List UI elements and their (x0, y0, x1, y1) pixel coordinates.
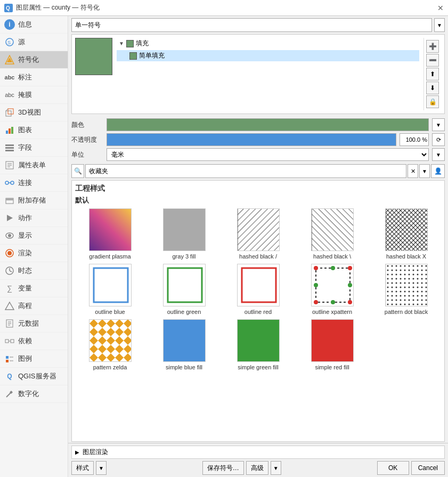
color-picker-bar[interactable] (107, 118, 429, 131)
sidebar-item-3dview[interactable]: 3D视图 (0, 104, 68, 122)
search-extra-btn[interactable]: 👤 (431, 164, 445, 178)
style-item-outline-blue[interactable]: outline blue (75, 264, 145, 315)
opacity-slider[interactable] (107, 133, 396, 146)
style-thumbnail-outline-xpattern (311, 264, 354, 306)
svg-rect-53 (312, 208, 353, 251)
style-dropdown-arrow[interactable]: ▼ (96, 461, 107, 475)
add-layer-button[interactable]: ➕ (426, 40, 439, 53)
move-down-button[interactable]: ⬇ (426, 82, 439, 94)
svg-rect-79 (89, 319, 131, 362)
style-item-gradient[interactable]: gradient plasma (75, 208, 145, 260)
style-item-simple-blue[interactable]: simple blue fill (149, 319, 219, 370)
style-label-gradient: gradient plasma (89, 253, 131, 260)
search-clear-btn[interactable]: ✕ (408, 164, 418, 178)
sidebar-item-qgis[interactable]: Q QGIS服务器 (0, 368, 68, 385)
lock-button[interactable]: 🔒 (426, 95, 439, 108)
style-item-outline-green[interactable]: outline green (149, 264, 219, 315)
sidebar-item-time[interactable]: 时态 (0, 262, 68, 280)
layer-renderer-arrow: ▶ (75, 449, 79, 455)
legend-icon (4, 353, 15, 364)
sidebar-item-info[interactable]: i 信息 (0, 16, 68, 34)
sidebar-item-dependency[interactable]: 依赖 (0, 333, 68, 350)
svg-rect-76 (386, 264, 427, 306)
style-item-simple-red[interactable]: simple red fill (297, 319, 367, 370)
style-button[interactable]: 样式 (71, 461, 94, 475)
svg-point-72 (314, 283, 318, 287)
remove-layer-button[interactable]: ➖ (426, 54, 439, 67)
section-title: 工程样式 (75, 184, 441, 193)
svg-rect-11 (11, 127, 13, 134)
sidebar-item-legend[interactable]: 图例 (0, 350, 68, 368)
sidebar-item-fields[interactable]: 字段 (0, 139, 68, 157)
search-input[interactable] (85, 164, 406, 178)
cancel-button[interactable]: Cancel (411, 461, 445, 475)
close-button[interactable]: ✕ (437, 4, 444, 12)
advanced-dropdown-arrow[interactable]: ▼ (271, 461, 281, 475)
sidebar-label-dependency: 依赖 (18, 336, 32, 346)
sidebar-item-metadata[interactable]: 元数据 (0, 315, 68, 333)
style-thumbnail-hashed-slash (237, 208, 280, 251)
sidebar-item-digitize[interactable]: 数字化 (0, 385, 68, 403)
renderer-dropdown[interactable]: 单一符号 分类 渐变 (71, 18, 432, 32)
sidebar-item-action[interactable]: 动作 (0, 209, 68, 227)
style-item-gray[interactable]: gray 3 fill (149, 208, 219, 260)
metadata-icon (4, 318, 15, 329)
style-thumbnail-gray (163, 208, 206, 251)
sidebar-label-variable: 变量 (18, 284, 32, 293)
style-thumbnail-outline-blue (89, 264, 132, 306)
subsection-title: 默认 (75, 196, 441, 205)
sidebar-item-symbology[interactable]: 符号化 (0, 51, 68, 69)
action-icon (4, 213, 15, 223)
sidebar-item-join[interactable]: 连接 (0, 174, 68, 192)
unit-select[interactable]: 毫米 像素 点 (107, 148, 429, 161)
move-up-button[interactable]: ⬆ (426, 68, 439, 80)
search-options-btn[interactable]: ▼ (419, 164, 430, 178)
save-symbol-button[interactable]: 保存符号… (202, 461, 244, 475)
renderer-dropdown-arrow[interactable]: ▼ (434, 18, 445, 32)
3dview-icon (4, 107, 15, 118)
unit-dropdown-arrow[interactable]: ▼ (432, 148, 445, 161)
sidebar-item-source[interactable]: S 源 (0, 34, 68, 51)
search-bar: 🔍 ✕ ▼ 👤 (71, 164, 445, 178)
sidebar-item-elevation[interactable]: 高程 (0, 297, 68, 315)
sidebar-item-storage[interactable]: 附加存储 (0, 192, 68, 209)
color-label: 颜色 (71, 120, 103, 130)
symbology-icon (4, 54, 15, 65)
opacity-input[interactable] (400, 133, 429, 146)
sidebar-item-mask[interactable]: abc 掩膜 (0, 86, 68, 104)
style-item-hashed-slash[interactable]: hashed black / (223, 208, 293, 260)
symbol-tree-fill[interactable]: ▼ 填充 (117, 38, 419, 49)
sidebar-item-chart[interactable]: 图表 (0, 122, 68, 139)
tree-arrow: ▼ (119, 41, 124, 46)
svg-rect-65 (316, 268, 350, 302)
sidebar-item-render[interactable]: 渲染 (0, 245, 68, 262)
style-item-simple-green[interactable]: simple green fill (223, 319, 293, 370)
chart-icon (4, 125, 15, 135)
sidebar-item-display[interactable]: 显示 (0, 227, 68, 245)
svg-rect-9 (6, 131, 8, 134)
sidebar-item-form[interactable]: 属性表单 (0, 157, 68, 174)
sidebar-item-label[interactable]: abc 标注 (0, 69, 68, 86)
svg-rect-38 (11, 339, 14, 343)
sidebar-label-form: 属性表单 (18, 160, 46, 170)
layer-renderer-section[interactable]: ▶ 图层渲染 (71, 446, 445, 459)
symbol-tree-simple-fill[interactable]: 简单填充 (117, 50, 419, 61)
opacity-reset-btn[interactable]: ⟳ (432, 133, 445, 146)
style-item-hashed-x[interactable]: hashed black X (371, 208, 441, 260)
style-thumbnail-pattern-zelda (89, 319, 132, 362)
ok-button[interactable]: OK (377, 461, 409, 475)
svg-point-20 (11, 181, 14, 184)
advanced-button[interactable]: 高级 (246, 461, 268, 475)
svg-rect-40 (6, 356, 9, 359)
sidebar-label-render: 渲染 (18, 248, 32, 258)
sidebar-item-variable[interactable]: ∑ 变量 (0, 280, 68, 297)
symbol-editor-buttons: ➕ ➖ ⬆ ⬇ 🔒 (423, 38, 441, 110)
color-dropdown-btn[interactable]: ▼ (432, 118, 445, 131)
style-item-outline-red[interactable]: outline red (223, 264, 293, 315)
sidebar-label-symbology: 符号化 (18, 55, 39, 64)
search-icon: 🔍 (71, 164, 84, 178)
style-item-hashed-backslash[interactable]: hashed black \ (297, 208, 367, 260)
style-item-pattern-dot[interactable]: pattern dot black (371, 264, 441, 315)
style-item-outline-xpattern[interactable]: outline xpattern (297, 264, 367, 315)
style-item-pattern-zelda[interactable]: pattern zelda (75, 319, 145, 370)
